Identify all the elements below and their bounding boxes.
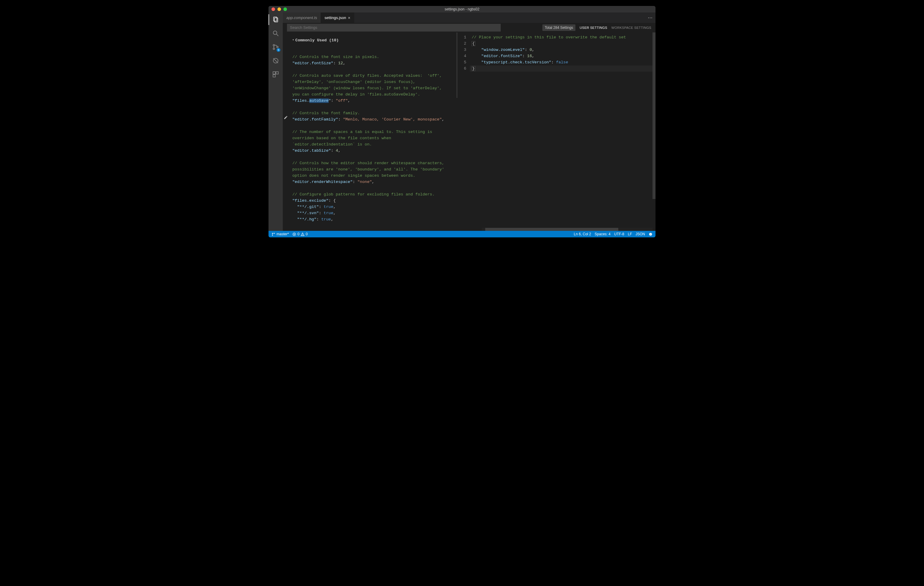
error-icon: [292, 232, 296, 236]
svg-rect-1: [274, 18, 278, 22]
editor-more-actions-icon[interactable]: ⋯: [645, 13, 655, 23]
svg-point-6: [277, 46, 278, 48]
explorer-icon[interactable]: [272, 15, 280, 24]
scope-tab-user-settings[interactable]: USER SETTINGS: [579, 26, 607, 30]
svg-point-22: [651, 234, 651, 234]
scope-tab-workspace-settings[interactable]: WORKSPACE SETTINGS: [611, 26, 651, 30]
git-branch-icon: [272, 232, 276, 236]
default-settings-code: // Controls the font size in pixels. "ed…: [292, 48, 454, 222]
tab-bar: app.component.ts settings.json × ⋯: [283, 13, 655, 23]
window-close-button[interactable]: [272, 7, 275, 11]
left-gutter: [283, 33, 289, 231]
right-horizontal-scrollbar[interactable]: [482, 228, 652, 231]
status-errors-count: 0: [297, 232, 299, 236]
svg-point-14: [274, 233, 275, 234]
user-settings-pane[interactable]: 1 2 3 4 5 6 // Place your settings in th…: [458, 33, 655, 231]
vscode-window: settings.json - ngbs02 5: [269, 6, 655, 237]
activity-bar: 5: [269, 13, 283, 231]
svg-line-3: [277, 34, 278, 36]
section-header-label: Commonly Used (10): [295, 37, 339, 43]
warning-icon: [301, 232, 305, 236]
status-branch-label: master*: [277, 232, 289, 236]
line-numbers: 1 2 3 4 5 6: [458, 33, 470, 231]
status-problems[interactable]: 0 0: [292, 232, 307, 236]
svg-rect-10: [276, 72, 278, 74]
svg-rect-11: [273, 75, 276, 77]
settings-search-input[interactable]: [287, 24, 501, 31]
titlebar: settings.json - ngbs02: [269, 6, 655, 13]
window-zoom-button[interactable]: [284, 7, 287, 11]
window-title: settings.json - ngbs02: [269, 7, 655, 11]
svg-point-2: [273, 31, 277, 35]
svg-rect-9: [273, 72, 276, 74]
status-bar: master* 0 0 Ln 6, Col 2 Spaces: 4 UTF-8 …: [269, 231, 655, 237]
traffic-lights: [272, 7, 287, 11]
svg-point-20: [649, 233, 652, 235]
source-control-badge: 5: [277, 48, 280, 52]
source-control-icon[interactable]: 5: [272, 43, 280, 51]
status-branch[interactable]: master*: [272, 232, 289, 236]
window-minimize-button[interactable]: [277, 7, 281, 11]
tab-settings-json[interactable]: settings.json ×: [321, 13, 354, 23]
svg-point-13: [272, 235, 273, 235]
svg-point-19: [302, 235, 303, 235]
default-settings-pane[interactable]: ▾ Commonly Used (10) // Controls the fon…: [283, 33, 458, 231]
chevron-down-icon: ▾: [292, 37, 294, 43]
edit-pencil-icon[interactable]: [284, 115, 288, 122]
status-indentation[interactable]: Spaces: 4: [595, 232, 610, 236]
user-settings-code[interactable]: // Place your settings in this file to o…: [470, 33, 652, 231]
tab-app-component-ts[interactable]: app.component.ts: [283, 13, 321, 23]
settings-total-count: Total 284 Settings: [542, 25, 576, 31]
settings-search-bar: Total 284 Settings USER SETTINGS WORKSPA…: [283, 23, 655, 33]
left-scrollbar[interactable]: [456, 33, 457, 231]
status-language-mode[interactable]: JSON: [635, 232, 645, 236]
svg-point-4: [273, 44, 275, 46]
debug-icon[interactable]: [272, 56, 280, 65]
tab-label: settings.json: [325, 15, 346, 20]
section-header-commonly-used[interactable]: ▾ Commonly Used (10): [292, 37, 454, 43]
extensions-icon[interactable]: [272, 70, 280, 79]
tab-close-icon[interactable]: ×: [348, 16, 350, 20]
svg-point-5: [273, 48, 275, 50]
svg-rect-0: [274, 17, 277, 21]
status-eol[interactable]: LF: [628, 232, 632, 236]
minimap[interactable]: [652, 33, 655, 231]
status-feedback-icon[interactable]: [648, 232, 652, 236]
tab-label: app.component.ts: [286, 15, 317, 20]
status-warnings-count: 0: [306, 232, 308, 236]
status-encoding[interactable]: UTF-8: [614, 232, 624, 236]
search-icon[interactable]: [272, 29, 280, 38]
status-cursor-position[interactable]: Ln 6, Col 2: [574, 232, 591, 236]
